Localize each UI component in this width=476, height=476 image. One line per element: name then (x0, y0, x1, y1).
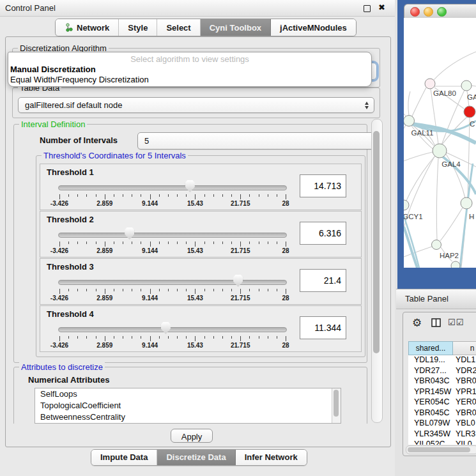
slider-tick (105, 289, 105, 294)
table-row[interactable]: YIL052CYIL0 (408, 440, 476, 445)
slider-tick (231, 194, 232, 197)
slider-thumb[interactable] (161, 322, 171, 334)
table-row[interactable]: YPR145WYPR1 (408, 387, 476, 398)
scrollbar-thumb[interactable] (334, 390, 339, 417)
network-canvas[interactable]: GAL80GACGAL11GAL4GCY1HHAP2 (404, 18, 476, 268)
tab-select[interactable]: Select (157, 19, 200, 36)
dropdown-option-manual-discretization[interactable]: Manual Discretization (10, 65, 96, 74)
cell-shared-name: YDR27... (408, 366, 452, 377)
network-edge[interactable] (412, 88, 426, 116)
network-node-h[interactable] (461, 197, 472, 209)
slider-thumb[interactable] (233, 275, 243, 287)
slider-thumb[interactable] (185, 180, 195, 192)
network-edge[interactable] (404, 227, 417, 268)
threshold-value-field[interactable]: 21.4 (300, 269, 346, 292)
vertical-scrollbar[interactable] (371, 119, 383, 423)
slider-tick (77, 242, 78, 244)
number-of-intervals-select[interactable]: 5 (137, 132, 381, 150)
slider-tick (186, 289, 187, 291)
slider-tick (68, 242, 69, 244)
network-node-gcy1[interactable] (404, 200, 409, 210)
network-edge[interactable] (434, 52, 476, 80)
tab-cyni-toolbox[interactable]: Cyni Toolbox (201, 19, 271, 36)
number-of-intervals-label: Number of Intervals (40, 135, 118, 145)
slider-track[interactable] (58, 185, 287, 190)
column-header-name[interactable]: n (453, 341, 476, 355)
zoom-window-button[interactable] (437, 7, 447, 17)
slider-track[interactable] (58, 280, 287, 285)
network-edge[interactable] (436, 158, 438, 240)
slider-thumb[interactable] (125, 227, 134, 240)
attributes-scrollbar[interactable] (332, 388, 341, 423)
slider-tick (222, 242, 223, 244)
threshold-label: Threshold 2 (47, 215, 94, 224)
threshold-value-field[interactable]: 11.344 (300, 316, 346, 339)
cell-shared-name: YIL052C (408, 440, 452, 445)
network-node-ga[interactable] (461, 81, 472, 91)
node-label: H (469, 213, 474, 220)
slider-tick (204, 194, 205, 197)
table-row[interactable]: YDL19...YDL1 (408, 355, 476, 366)
table-row[interactable]: YBR043CYBR0 (408, 376, 476, 387)
tab-infer-network[interactable]: Infer Network (236, 450, 307, 465)
table-row[interactable]: YLR345WYLR3 (408, 429, 476, 440)
tab-jactivemnodules[interactable]: jActiveMNodules (271, 19, 356, 36)
attribute-item-betweennesscentrality[interactable]: BetweennessCentrality (35, 411, 341, 423)
number-of-intervals-value: 5 (144, 136, 149, 146)
slider-tick (96, 242, 96, 244)
slider-tick (86, 194, 87, 197)
network-edge[interactable] (472, 86, 476, 86)
network-node-gal4[interactable] (433, 144, 447, 158)
network-edge[interactable] (404, 152, 433, 161)
tab-impute-data[interactable]: Impute Data (91, 450, 157, 465)
minimize-window-button[interactable] (424, 7, 433, 17)
network-edge[interactable] (408, 91, 410, 116)
slider-tick (277, 336, 277, 339)
slider-tick (59, 242, 60, 247)
table-row[interactable]: YBL079WYBL0 (408, 418, 476, 429)
float-panel-icon[interactable] (364, 5, 371, 12)
slider-track[interactable] (58, 327, 287, 332)
network-node-gal11[interactable] (404, 116, 415, 127)
columns-icon[interactable] (431, 318, 441, 327)
slider-tick (195, 242, 196, 247)
network-node-hap2[interactable] (432, 240, 441, 250)
network-edge[interactable] (404, 216, 419, 268)
scrollbar-thumb[interactable] (373, 131, 380, 353)
node-label: GAL80 (433, 89, 456, 97)
slider-track[interactable] (58, 233, 287, 238)
network-edge[interactable] (404, 247, 432, 257)
slider-tick (159, 242, 160, 244)
control-panel-tab-bar: NetworkStyleSelectCyni ToolboxjActiveMNo… (55, 19, 357, 36)
apply-button[interactable]: Apply (171, 429, 213, 443)
slider-tick (123, 194, 123, 197)
close-window-button[interactable] (410, 7, 420, 17)
attribute-item-selfloops[interactable]: SelfLoops (35, 388, 341, 400)
attribute-item-topologicalcoefficient[interactable]: TopologicalCoefficient (35, 400, 341, 411)
column-header-shared-name[interactable]: shared... (408, 341, 453, 355)
tab-discretize-data[interactable]: Discretize Data (157, 450, 235, 465)
scrollbar-thumb[interactable] (408, 447, 470, 452)
table-row[interactable]: YER054CYER0 (408, 397, 476, 408)
threshold-value-field[interactable]: 6.316 (300, 222, 346, 245)
slider-tick (132, 194, 132, 197)
network-node-gal80[interactable] (425, 79, 435, 89)
slider-tick (259, 289, 259, 291)
slider-tick (77, 289, 78, 291)
dropdown-option-equal-width-frequency-discretization[interactable]: Equal Width/Frequency Discretization (10, 75, 149, 84)
tab-network[interactable]: Network (56, 19, 119, 36)
slider-tick (114, 242, 114, 244)
horizontal-scrollbar[interactable] (406, 445, 476, 454)
cell-name: YIL0 (452, 440, 472, 445)
network-edge[interactable] (440, 208, 463, 241)
table-data-select[interactable]: galFiltered.sif default node (18, 97, 374, 113)
table-row[interactable]: YBR045CYBR0 (408, 408, 476, 419)
table-row[interactable]: YDR27...YDR2 (408, 366, 476, 377)
tab-style[interactable]: Style (119, 19, 157, 36)
gear-icon[interactable]: ⚙ (412, 316, 422, 330)
network-node[interactable] (451, 261, 460, 268)
network-node-c[interactable] (464, 106, 475, 118)
close-icon[interactable]: ✖ (378, 3, 385, 12)
checkbox-icons[interactable]: ☑☑ (448, 318, 464, 327)
threshold-value-field[interactable]: 14.713 (300, 174, 346, 197)
